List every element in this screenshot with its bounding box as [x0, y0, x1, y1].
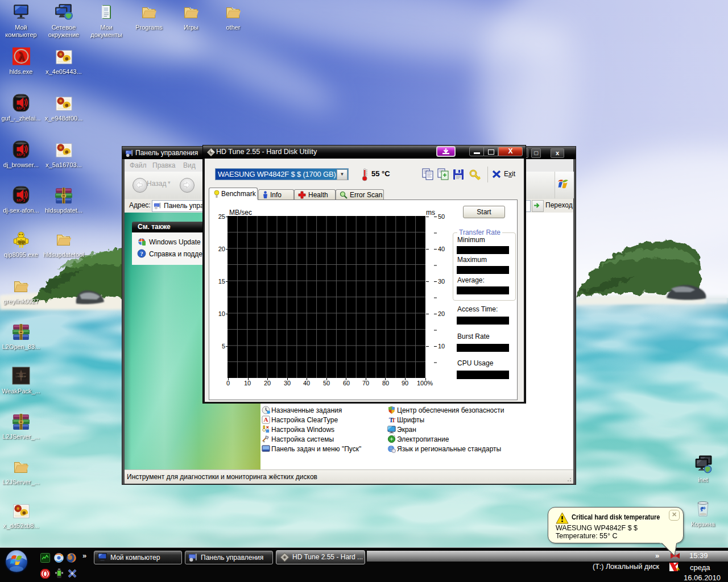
svg-text:T: T — [392, 417, 396, 423]
svg-text:!: ! — [678, 568, 679, 572]
svg-text:?: ? — [140, 250, 143, 257]
svg-text:A: A — [263, 416, 268, 423]
